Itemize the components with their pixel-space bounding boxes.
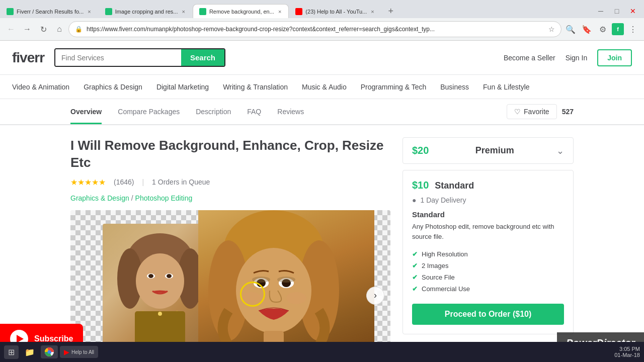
svg-point-10 bbox=[158, 312, 162, 316]
nav-graphics-design[interactable]: Graphics & Design bbox=[84, 81, 142, 93]
browser-chrome: Fiverr / Search Results fo... × Image cr… bbox=[0, 0, 644, 41]
breadcrumb-photoshop-editing[interactable]: Photoshop Editing bbox=[135, 194, 193, 202]
favorite-label: Favorite bbox=[524, 108, 549, 116]
maximize-button[interactable]: □ bbox=[610, 4, 624, 18]
tab-favicon-4 bbox=[295, 8, 302, 15]
tab-close-1[interactable]: × bbox=[87, 8, 92, 16]
search-input[interactable] bbox=[55, 49, 181, 66]
order-button[interactable]: Proceed to Order ($10) bbox=[412, 304, 564, 325]
breadcrumb-graphics-design[interactable]: Graphics & Design bbox=[70, 194, 129, 202]
bookmark-toolbar-icon[interactable]: 🔖 bbox=[580, 22, 594, 36]
svg-point-27 bbox=[48, 350, 51, 354]
svg-point-20 bbox=[277, 277, 295, 283]
tab-bar: Fiverr / Search Results fo... × Image cr… bbox=[0, 0, 644, 18]
gig-title: I Will Remove Background, Enhance, Crop,… bbox=[70, 137, 390, 171]
search-button[interactable]: Search bbox=[181, 49, 224, 66]
feature-list: ✔ High Resolution ✔ 2 Images ✔ Source Fi… bbox=[412, 248, 564, 295]
feature-high-resolution: ✔ High Resolution bbox=[412, 248, 564, 260]
tab-description[interactable]: Description bbox=[196, 101, 231, 124]
tab-favorite-section: ♡ Favorite 527 bbox=[507, 104, 574, 119]
reload-button[interactable]: ↻ bbox=[36, 22, 50, 36]
delivery-row: ● 1 Day Delivery bbox=[412, 196, 564, 204]
nav-programming-tech[interactable]: Programming & Tech bbox=[361, 81, 426, 93]
forward-button[interactable]: → bbox=[20, 22, 34, 36]
sign-in-link[interactable]: Sign In bbox=[566, 54, 588, 62]
fiverr-logo[interactable]: fiverr bbox=[12, 50, 44, 66]
feature-2-images: ✔ 2 Images bbox=[412, 260, 564, 272]
become-seller-link[interactable]: Become a Seller bbox=[504, 54, 555, 62]
tab-2[interactable]: Image cropping and res... × bbox=[99, 4, 193, 18]
extensions-icon[interactable]: ⚙ bbox=[596, 22, 610, 36]
sidebar: $20 Premium ⌄ $10 Standard ● 1 Day Deliv… bbox=[403, 137, 574, 362]
youtube-taskbar-icon: ▶ bbox=[64, 348, 69, 356]
premium-chevron-icon: ⌄ bbox=[556, 145, 564, 156]
standard-header: $10 Standard bbox=[412, 179, 564, 191]
tab-favicon-3 bbox=[199, 8, 206, 15]
favorite-button[interactable]: ♡ Favorite bbox=[507, 104, 557, 119]
standard-name: Standard bbox=[435, 180, 474, 191]
search-toolbar-icon[interactable]: 🔍 bbox=[564, 22, 578, 36]
tab-title-4: (23) Help to All - YouTu... bbox=[305, 9, 367, 15]
address-text: https://www.fiverr.com/numanpk/photoshop… bbox=[87, 26, 544, 33]
nav-business[interactable]: Business bbox=[440, 81, 469, 93]
tab-compare-packages[interactable]: Compare Packages bbox=[118, 101, 180, 124]
tab-favicon-2 bbox=[105, 8, 112, 15]
menu-icon[interactable]: ⋮ bbox=[626, 22, 640, 36]
address-box[interactable]: 🔒 https://www.fiverr.com/numanpk/photosh… bbox=[68, 21, 561, 37]
close-button[interactable]: ✕ bbox=[626, 4, 640, 18]
tab-reviews[interactable]: Reviews bbox=[277, 101, 304, 124]
taskbar-help-to-all[interactable]: ▶ Help to All bbox=[60, 346, 98, 358]
svg-point-4 bbox=[136, 253, 184, 309]
main-content: I Will Remove Background, Enhance, Crop,… bbox=[0, 125, 644, 362]
nav-fun-lifestyle[interactable]: Fun & Lifestyle bbox=[483, 81, 530, 93]
standard-desc-title: Standard bbox=[412, 210, 564, 219]
gig-section: I Will Remove Background, Enhance, Crop,… bbox=[70, 137, 390, 362]
bookmark-icon[interactable]: ☆ bbox=[548, 25, 555, 33]
gallery-checkerboard-bg: FAST bbox=[70, 210, 390, 362]
clock-icon: ● bbox=[412, 196, 416, 204]
gallery-inner: FAST bbox=[70, 210, 390, 362]
feature-label-4: Commercial Use bbox=[422, 285, 470, 293]
home-button[interactable]: ⌂ bbox=[52, 22, 66, 36]
chrome-icon bbox=[45, 347, 54, 356]
taskbar-start[interactable]: ⊞ bbox=[4, 345, 19, 359]
tab-1[interactable]: Fiverr / Search Results fo... × bbox=[0, 4, 99, 18]
main-nav: Video & Animation Graphics & Design Digi… bbox=[0, 75, 644, 99]
minimize-button[interactable]: ─ bbox=[594, 4, 608, 18]
tab-close-2[interactable]: × bbox=[181, 8, 186, 16]
tab-favicon-1 bbox=[7, 8, 14, 15]
tab-close-3[interactable]: × bbox=[277, 8, 282, 16]
tab-faq[interactable]: FAQ bbox=[247, 101, 261, 124]
premium-name: Premium bbox=[475, 145, 514, 156]
tab-3[interactable]: Remove background, en... × bbox=[193, 4, 289, 18]
folder-icon: 📁 bbox=[25, 347, 35, 357]
taskbar-file-explorer[interactable]: 📁 bbox=[21, 345, 39, 359]
taskbar-chrome[interactable] bbox=[41, 345, 58, 358]
gallery-next-button[interactable]: › bbox=[366, 287, 384, 305]
gig-breadcrumb: Graphics & Design / Photoshop Editing bbox=[70, 194, 390, 202]
premium-price: $20 bbox=[412, 145, 429, 156]
nav-music-audio[interactable]: Music & Audio bbox=[302, 81, 347, 93]
secure-icon: 🔒 bbox=[75, 26, 83, 33]
feature-commercial-use: ✔ Commercial Use bbox=[412, 283, 564, 295]
new-tab-button[interactable]: + bbox=[384, 4, 398, 18]
tab-4[interactable]: (23) Help to All - YouTu... × bbox=[289, 4, 381, 18]
nav-digital-marketing[interactable]: Digital Marketing bbox=[156, 81, 209, 93]
heart-icon: ♡ bbox=[514, 108, 521, 116]
fiverr-ext-icon[interactable]: f bbox=[612, 23, 624, 35]
clock-date: 01-Mar-18 bbox=[614, 352, 640, 358]
taskbar-label: Help to All bbox=[71, 349, 94, 355]
join-button[interactable]: Join bbox=[597, 49, 632, 66]
tab-close-4[interactable]: × bbox=[370, 8, 375, 16]
tab-overview[interactable]: Overview bbox=[70, 101, 102, 124]
gig-stars: ★★★★★ bbox=[70, 177, 106, 187]
nav-video-animation[interactable]: Video & Animation bbox=[12, 81, 69, 93]
nav-writing-translation[interactable]: Writing & Translation bbox=[223, 81, 288, 93]
gig-orders-queue: 1 Orders in Queue bbox=[152, 178, 210, 186]
back-button[interactable]: ← bbox=[4, 22, 18, 36]
svg-point-6 bbox=[148, 274, 153, 278]
feature-label-3: Source File bbox=[422, 274, 455, 281]
premium-package-header[interactable]: $20 Premium ⌄ bbox=[403, 138, 573, 163]
fiverr-header: fiverr Search Become a Seller Sign In Jo… bbox=[0, 41, 644, 75]
gig-meta: ★★★★★ (1646) | 1 Orders in Queue bbox=[70, 177, 390, 187]
